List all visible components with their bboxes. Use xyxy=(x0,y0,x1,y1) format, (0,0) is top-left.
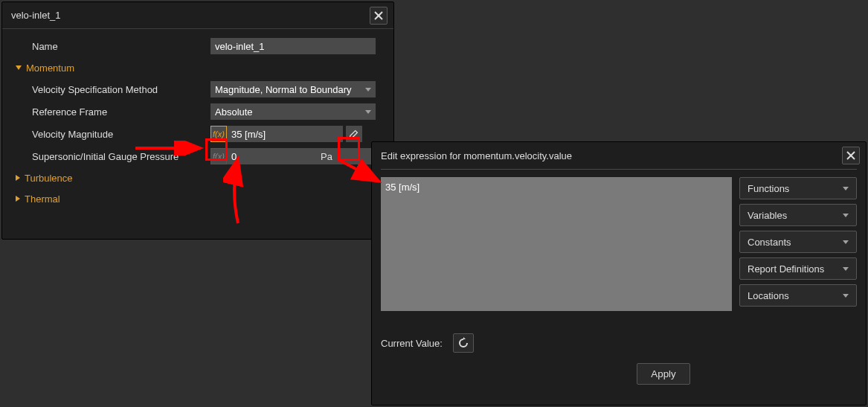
panel-header: Edit expression for momentum.velocity.va… xyxy=(372,142,866,169)
dropdown-variables[interactable]: Variables xyxy=(739,204,857,226)
panel-title: Edit expression for momentum.velocity.va… xyxy=(381,150,572,161)
vel-spec-label: Velocity Specification Method xyxy=(32,84,210,95)
pressure-label: Supersonic/Initial Gauge Pressure xyxy=(32,151,210,162)
dropdown-label: Functions xyxy=(748,183,789,194)
vel-mag-label: Velocity Magnitude xyxy=(32,129,210,140)
apply-row: Apply xyxy=(372,353,866,385)
current-value-row: Current Value: xyxy=(372,311,866,353)
dropdown-functions[interactable]: Functions xyxy=(739,177,857,199)
chevron-down-icon xyxy=(843,240,849,244)
vel-spec-select[interactable]: Magnitude, Normal to Boundary xyxy=(210,81,376,97)
panel-header: velo-inlet_1 xyxy=(2,2,393,29)
section-turbulence[interactable]: Turbulence xyxy=(2,167,393,188)
vel-mag-row: Velocity Magnitude f(x) xyxy=(2,123,393,145)
dropdown-report-definitions[interactable]: Report Definitions xyxy=(739,257,857,280)
chevron-right-icon xyxy=(16,196,20,202)
dropdown-label: Variables xyxy=(748,210,787,221)
fx-icon[interactable]: f(x) xyxy=(210,126,227,142)
dropdown-label: Constants xyxy=(748,237,791,248)
chevron-down-icon xyxy=(365,110,371,114)
close-button[interactable] xyxy=(842,147,860,164)
expression-body: Functions Variables Constants Report Def… xyxy=(372,177,866,311)
name-input[interactable] xyxy=(210,38,376,54)
expression-editor-panel: Edit expression for momentum.velocity.va… xyxy=(371,141,867,406)
chevron-down-icon xyxy=(365,88,371,92)
panel-title: velo-inlet_1 xyxy=(11,10,61,21)
dropdown-locations[interactable]: Locations xyxy=(739,284,857,307)
pressure-input[interactable] xyxy=(227,148,316,164)
boundary-condition-panel: velo-inlet_1 Name Momentum Velocity Spec… xyxy=(1,1,394,240)
vel-spec-row: Velocity Specification Method Magnitude,… xyxy=(2,78,393,100)
refresh-button[interactable] xyxy=(453,333,474,353)
select-value: Absolute xyxy=(215,106,253,118)
pressure-row: Supersonic/Initial Gauge Pressure f(x) P… xyxy=(2,145,393,167)
ref-frame-label: Reference Frame xyxy=(32,106,210,118)
select-value: Magnitude, Normal to Boundary xyxy=(215,84,352,95)
section-thermal[interactable]: Thermal xyxy=(2,188,393,209)
chevron-down-icon xyxy=(843,214,849,217)
ref-frame-select[interactable]: Absolute xyxy=(210,103,376,120)
section-label: Thermal xyxy=(25,193,60,205)
refresh-icon xyxy=(457,337,469,349)
chevron-down-icon xyxy=(843,267,849,271)
edit-expression-button[interactable] xyxy=(346,126,362,142)
fx-icon[interactable]: f(x) xyxy=(210,148,227,164)
dropdown-constants[interactable]: Constants xyxy=(739,231,857,253)
expression-textarea[interactable] xyxy=(381,177,732,311)
chevron-down-icon xyxy=(16,65,22,70)
dropdown-label: Report Definitions xyxy=(748,263,824,275)
section-momentum[interactable]: Momentum xyxy=(2,57,393,78)
name-label: Name xyxy=(32,41,210,52)
apply-button[interactable]: Apply xyxy=(637,363,689,385)
ref-frame-row: Reference Frame Absolute xyxy=(2,100,393,123)
name-row: Name xyxy=(2,35,393,57)
pencil-icon xyxy=(349,129,359,139)
chevron-down-icon xyxy=(843,294,849,298)
pressure-unit: Pa xyxy=(316,148,376,164)
chevron-right-icon xyxy=(16,175,20,181)
helper-dropdowns: Functions Variables Constants Report Def… xyxy=(739,177,857,311)
chevron-down-icon xyxy=(843,187,849,190)
close-icon xyxy=(846,151,855,160)
section-label: Momentum xyxy=(26,63,74,74)
divider xyxy=(381,169,857,170)
dropdown-label: Locations xyxy=(748,290,789,301)
section-label: Turbulence xyxy=(25,173,73,184)
close-icon xyxy=(374,11,383,20)
current-value-label: Current Value: xyxy=(381,338,443,349)
close-button[interactable] xyxy=(370,7,388,25)
vel-mag-input[interactable] xyxy=(227,126,343,142)
